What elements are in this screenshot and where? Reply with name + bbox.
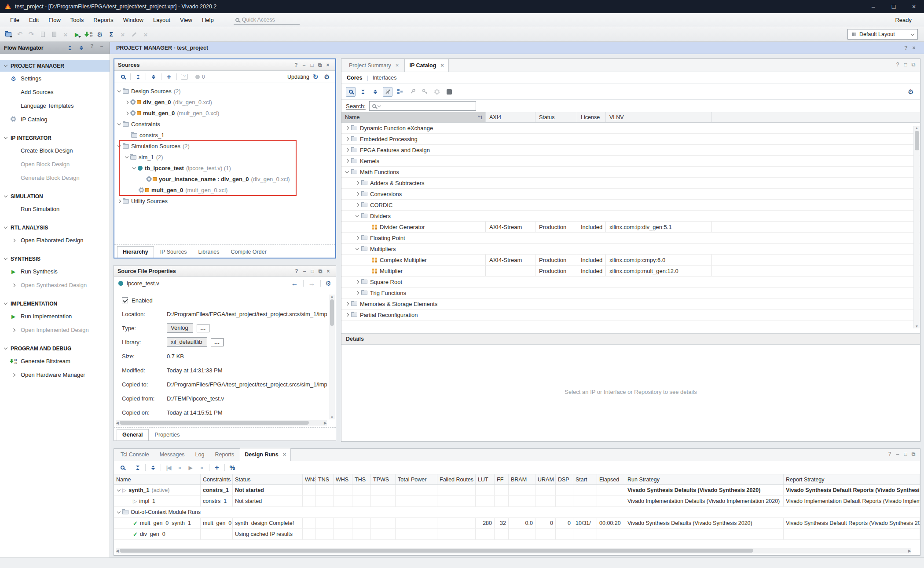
design-run-row-impl-1[interactable]: ▷impl_1constrs_1Not startedVivado Implem… [114, 496, 920, 507]
sources-tree-item-utility-sources[interactable]: Utility Sources [114, 196, 335, 207]
gear-icon[interactable]: ⚙ [326, 280, 331, 287]
workspace-tab-project-summary[interactable]: Project Summary× [344, 59, 403, 72]
design-run-row-div-gen-0[interactable]: ✓div_gen_0Using cached IP results [114, 529, 920, 540]
design-run-row-mult-gen-0-synth-1[interactable]: ✓mult_gen_0_synth_1mult_gen_0synth_desig… [114, 518, 920, 529]
enabled-checkbox[interactable] [122, 297, 128, 303]
help-icon[interactable]: ? [902, 45, 910, 51]
expand-all-icon[interactable] [370, 87, 380, 97]
column-header-license[interactable]: License [577, 112, 606, 122]
flow-section-header-rtl-analysis[interactable]: RTL ANALYSIS [0, 222, 110, 233]
column-header-axi4[interactable]: AXI4 [486, 112, 535, 122]
sources-tree-item-design-sources[interactable]: Design Sources (2) [114, 86, 335, 97]
close-icon[interactable]: × [904, 0, 924, 13]
maximize-icon[interactable]: □ [902, 451, 909, 457]
design-runs-horizontal-scrollbar[interactable]: ◀▶ [116, 548, 911, 553]
minimize-icon[interactable]: – [894, 451, 902, 457]
add-icon[interactable]: + [164, 72, 174, 82]
close-icon[interactable]: × [283, 451, 286, 458]
caret-down-icon[interactable] [125, 155, 128, 158]
catalog-row-multiplier[interactable]: Multiplier Production Included xilinx.co… [341, 266, 920, 277]
column-header-whs[interactable]: WHS [334, 474, 352, 484]
caret-right-icon[interactable] [125, 111, 128, 115]
workspace-tab-ip-catalog[interactable]: IP Catalog× [404, 59, 449, 72]
flow-item-open-synthesized-design[interactable]: Open Synthesized Design [0, 278, 110, 292]
catalog-row-adders-subtracters[interactable]: Adders & Subtracters [341, 178, 920, 189]
menu-layout[interactable]: Layout [148, 15, 175, 25]
property-input[interactable]: Verilog [167, 323, 193, 333]
flow-item-ip-catalog[interactable]: IP Catalog [0, 113, 110, 126]
search-icon[interactable] [118, 72, 128, 82]
bottom-tab-log[interactable]: Log [191, 448, 209, 461]
menu-help[interactable]: Help [197, 15, 219, 25]
menu-flow[interactable]: Flow [44, 15, 65, 25]
sources-tab-hierarchy[interactable]: Hierarchy [117, 246, 154, 258]
flow-section-header-project-manager[interactable]: PROJECT MANAGER [0, 60, 110, 72]
expand-all-icon[interactable] [148, 463, 158, 473]
column-header-tpws[interactable]: TPWS [371, 474, 396, 484]
close-icon[interactable]: × [910, 45, 918, 51]
flow-section-header-simulation[interactable]: SIMULATION [0, 190, 110, 202]
catalog-row-conversions[interactable]: Conversions [341, 189, 920, 200]
caret-right-icon[interactable] [356, 181, 359, 185]
flow-item-run-simulation[interactable]: Run Simulation [0, 202, 110, 216]
caret-right-icon[interactable] [356, 203, 359, 207]
properties-horizontal-scrollbar[interactable]: ◀▶ [116, 420, 327, 426]
collapse-all-icon[interactable] [133, 72, 143, 82]
first-icon[interactable]: |◀ [164, 463, 173, 473]
caret-down-icon[interactable] [356, 246, 359, 250]
help-icon[interactable]: ? [293, 268, 301, 274]
bottom-tab-tcl-console[interactable]: Tcl Console [116, 448, 154, 461]
catalog-search-input[interactable] [369, 101, 476, 111]
menu-reports[interactable]: Reports [88, 15, 118, 25]
sources-tree-item-your-instance-name-div-gen-0[interactable]: your_instance_name : div_gen_0 (div_gen_… [114, 174, 335, 185]
column-header-constraints[interactable]: Constraints [201, 474, 233, 484]
minimize-icon[interactable]: – [98, 43, 106, 53]
flow-item-add-sources[interactable]: Add Sources [0, 85, 110, 99]
caret-right-icon[interactable] [345, 126, 349, 130]
flow-item-settings[interactable]: ⚙Settings [0, 72, 110, 85]
group-by-icon[interactable] [395, 87, 405, 97]
caret-right-icon[interactable] [356, 291, 359, 295]
bottom-tab-messages[interactable]: Messages [155, 448, 190, 461]
catalog-row-floating-point[interactable]: Floating Point [341, 233, 920, 244]
minimize-icon[interactable]: – [863, 0, 884, 13]
sources-tab-libraries[interactable]: Libraries [193, 247, 225, 258]
column-header-total-power[interactable]: Total Power [396, 474, 437, 484]
column-header-uram[interactable]: URAM [535, 474, 556, 484]
help-icon[interactable]: ? [88, 43, 96, 53]
column-header-run-strategy[interactable]: Run Strategy [625, 474, 784, 484]
refresh-icon[interactable]: ↻ [311, 72, 320, 82]
column-header-wns[interactable]: WNS [303, 474, 316, 484]
browse-button[interactable]: … [211, 338, 224, 346]
step-back-icon[interactable]: « [175, 463, 184, 473]
sources-tree-item-mult-gen-0[interactable]: mult_gen_0 (mult_gen_0.xci) [114, 108, 335, 119]
caret-right-icon[interactable] [345, 159, 349, 163]
column-header-ff[interactable]: FF [495, 474, 509, 484]
column-header-ths[interactable]: THS [352, 474, 371, 484]
column-header-lut[interactable]: LUT [476, 474, 495, 484]
step-forward-icon[interactable]: » [197, 463, 206, 473]
report-icon[interactable]: Σ [106, 29, 116, 39]
maximize-icon[interactable]: □ [308, 268, 316, 274]
column-header-vlnv[interactable]: VLNV [606, 112, 712, 122]
minimize-icon[interactable]: – [300, 62, 308, 68]
flow-item-run-implementation[interactable]: ▶Run Implementation [0, 309, 110, 323]
column-header-report-strategy[interactable]: Report Strategy [784, 474, 920, 484]
catalog-row-multipliers[interactable]: Multipliers [341, 244, 920, 255]
open-project-icon[interactable] [4, 29, 13, 39]
caret-right-icon[interactable] [356, 192, 359, 196]
help-icon[interactable]: ? [292, 62, 300, 68]
add-icon[interactable]: + [212, 463, 222, 473]
search-icon[interactable] [117, 463, 127, 473]
bottom-tab-reports[interactable]: Reports [210, 448, 239, 461]
browse-button[interactable]: … [197, 324, 209, 332]
flow-item-generate-block-design[interactable]: Generate Block Design [0, 171, 110, 185]
flow-item-language-templates[interactable]: Language Templates [0, 99, 110, 113]
flow-item-open-implemented-design[interactable]: Open Implemented Design [0, 323, 110, 337]
column-header-status[interactable]: Status [233, 474, 303, 484]
caret-down-icon[interactable] [132, 166, 136, 169]
flow-section-header-synthesis[interactable]: SYNTHESIS [0, 253, 110, 265]
subtab-interfaces[interactable]: Interfaces [373, 75, 397, 81]
menu-tools[interactable]: Tools [66, 15, 88, 25]
catalog-row-embedded-processing[interactable]: Embedded Processing [341, 134, 920, 145]
